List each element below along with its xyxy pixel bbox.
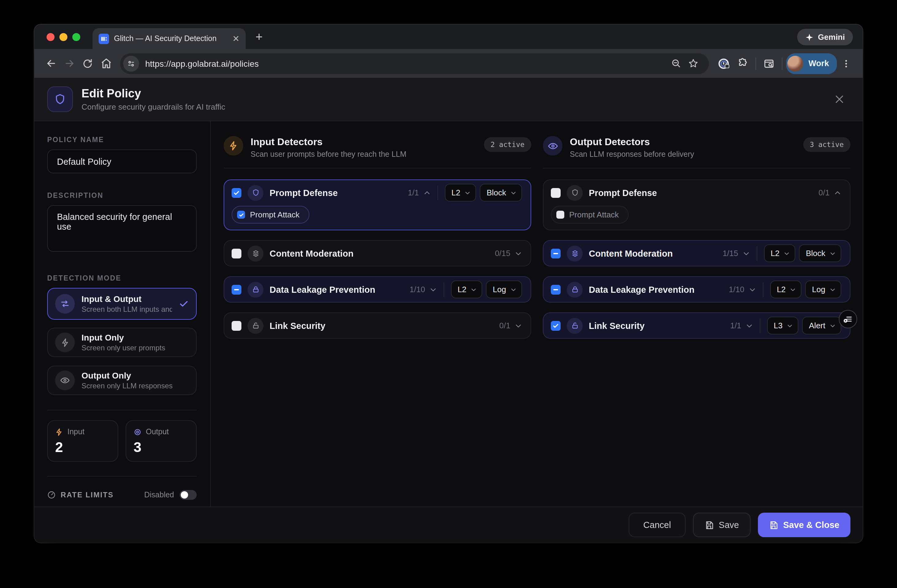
eye-icon	[133, 428, 142, 436]
detector-checkbox[interactable]	[551, 248, 561, 258]
cancel-label: Cancel	[643, 520, 671, 530]
mode-option-output-only[interactable]: Output Only Screen only LLM responses	[47, 366, 197, 395]
url-text[interactable]: https://app.golabrat.ai/policies	[145, 58, 667, 68]
detector-card-prompt-defense: Prompt Defense 1/1	[223, 179, 531, 230]
detector-checkbox[interactable]	[551, 188, 561, 197]
tab-close-icon[interactable]: ✕	[233, 34, 240, 43]
app-favicon-icon	[99, 34, 109, 44]
sub-detector-label: Prompt Attack	[569, 210, 619, 219]
detector-checkbox[interactable]	[232, 248, 242, 258]
policy-name-input[interactable]	[47, 150, 197, 173]
close-modal-button[interactable]	[829, 89, 850, 110]
action-value: Block	[806, 249, 825, 258]
detector-count: 1/1	[408, 188, 419, 197]
detector-name: Content Moderation	[269, 248, 354, 258]
sub-detector-checkbox[interactable]	[237, 211, 245, 218]
browser-tab[interactable]: Glitch — AI Security Detection ✕	[92, 28, 246, 49]
home-button[interactable]	[97, 54, 115, 73]
detector-checkbox[interactable]	[551, 284, 561, 294]
browser-toolbar: https://app.golabrat.ai/policies	[34, 49, 863, 78]
chevron-down-icon[interactable]	[742, 250, 750, 257]
detector-checkbox[interactable]	[232, 188, 242, 197]
lock-icon	[567, 281, 583, 297]
chevron-down-icon[interactable]	[515, 322, 522, 329]
sidebar: POLICY NAME DESCRIPTION Balanced securit…	[34, 121, 211, 507]
detector-checkbox[interactable]	[232, 321, 242, 330]
sub-detector-checkbox[interactable]	[556, 211, 564, 218]
unlock-icon	[248, 318, 263, 333]
detector-name: Data Leakage Prevention	[589, 284, 695, 294]
detector-name: Link Security	[589, 321, 644, 330]
save-label: Save	[719, 520, 739, 530]
toolbar-separator	[782, 57, 783, 70]
action-select[interactable]: Block	[480, 184, 522, 202]
divider	[543, 168, 850, 168]
sub-detector-chip[interactable]: Prompt Attack	[551, 206, 629, 224]
search-tabs-icon[interactable]	[760, 54, 778, 73]
divider	[47, 476, 197, 477]
chevron-down-icon	[830, 250, 836, 256]
extensions-icon[interactable]	[734, 54, 752, 73]
chevron-down-icon	[790, 286, 796, 292]
save-button[interactable]: Save	[693, 513, 750, 537]
column-title: Output Detectors	[570, 136, 694, 148]
action-select[interactable]: Log	[805, 281, 841, 298]
page-title: Edit Policy	[81, 87, 225, 101]
cancel-button[interactable]: Cancel	[629, 513, 686, 537]
level-select[interactable]: L2	[764, 244, 795, 262]
chevron-down-icon	[830, 322, 836, 328]
active-count-badge: 3 active	[803, 137, 850, 152]
close-window-button[interactable]	[47, 33, 55, 41]
floating-media-list-button[interactable]	[839, 310, 857, 328]
level-select[interactable]: L3	[767, 317, 799, 334]
sub-detector-chip[interactable]: Prompt Attack	[232, 206, 309, 224]
forward-button[interactable]	[60, 54, 78, 73]
address-bar[interactable]: https://app.golabrat.ai/policies	[120, 53, 709, 74]
unlock-icon	[567, 318, 583, 333]
gemini-button[interactable]: Gemini	[797, 29, 853, 45]
action-value: Log	[493, 285, 506, 294]
chevron-down-icon[interactable]	[749, 286, 756, 293]
level-select[interactable]: L2	[444, 184, 476, 202]
save-and-close-label: Save & Close	[783, 520, 839, 530]
zoom-out-icon[interactable]	[667, 55, 685, 72]
action-select[interactable]: Block	[799, 244, 841, 262]
level-select[interactable]: L2	[770, 281, 802, 298]
minimize-window-button[interactable]	[60, 33, 67, 41]
shield-icon	[47, 86, 73, 112]
chevron-up-icon[interactable]	[834, 189, 841, 196]
rate-limits-toggle[interactable]	[179, 490, 197, 500]
detector-checkbox[interactable]	[551, 321, 561, 330]
chevron-down-icon	[830, 286, 836, 292]
chevron-down-icon[interactable]	[745, 322, 753, 329]
layers-icon	[248, 245, 263, 261]
chevron-down-icon[interactable]	[430, 286, 437, 293]
action-select[interactable]: Log	[486, 281, 522, 298]
new-tab-button[interactable]: +	[256, 31, 263, 43]
profile-chip[interactable]: Work	[787, 53, 837, 74]
tab-title: Glitch — AI Security Detection	[114, 34, 228, 43]
bookmark-star-icon[interactable]	[685, 55, 702, 72]
action-select[interactable]: Alert	[802, 317, 841, 334]
selected-check-icon	[179, 299, 189, 309]
back-button[interactable]	[42, 54, 60, 73]
level-select[interactable]: L2	[451, 281, 482, 298]
level-value: L2	[458, 285, 467, 294]
password-manager-icon[interactable]	[715, 54, 734, 73]
chevron-up-icon[interactable]	[423, 189, 430, 196]
chevron-down-icon	[784, 250, 790, 256]
save-and-close-button[interactable]: Save & Close	[758, 513, 850, 537]
gauge-icon	[47, 490, 56, 499]
description-label: DESCRIPTION	[47, 192, 197, 199]
browser-menu-kebab-icon[interactable]	[837, 54, 855, 73]
chevron-down-icon[interactable]	[515, 250, 522, 257]
detector-checkbox[interactable]	[232, 284, 242, 294]
detector-card-data-leakage: Data Leakage Prevention 1/10	[543, 276, 850, 302]
reload-button[interactable]	[78, 54, 97, 73]
active-count-badge: 2 active	[484, 137, 531, 152]
mode-option-input-output[interactable]: Input & Output Screen both LLM inputs an…	[47, 288, 197, 320]
site-settings-tune-icon[interactable]	[123, 55, 139, 71]
zoom-window-button[interactable]	[72, 33, 80, 41]
description-textarea[interactable]: Balanced security for general use	[47, 205, 197, 252]
mode-option-input-only[interactable]: Input Only Screen only user prompts	[47, 328, 197, 357]
